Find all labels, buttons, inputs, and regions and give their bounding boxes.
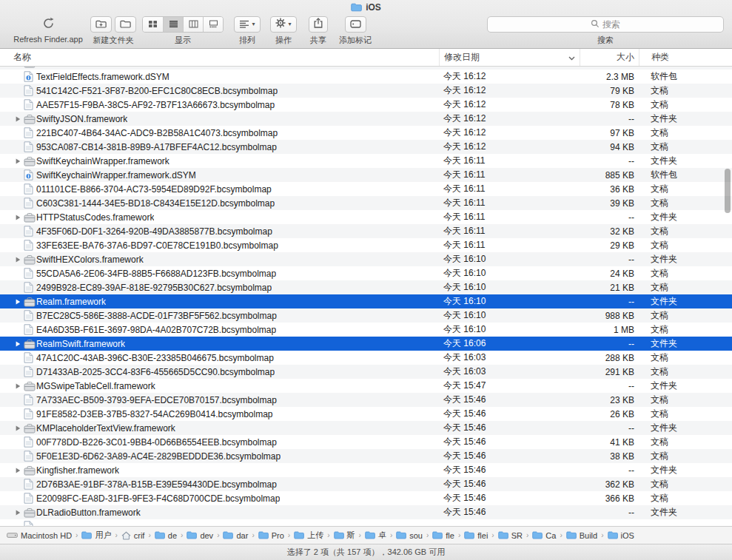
- file-row[interactable]: Realm.framework 今天 16:10 -- 文件夹: [0, 294, 732, 308]
- file-name-cell: E20098FC-EA8D-31FB-9FE3-F4C68D700CDE.bcs…: [0, 493, 439, 504]
- file-row[interactable]: 7A733AEC-B509-3793-9EFA-EDCE70B70157.bcs…: [0, 393, 732, 407]
- disclosure-triangle-icon[interactable]: [13, 340, 22, 348]
- path-item[interactable]: 斯: [333, 530, 356, 541]
- column-header-size[interactable]: 大小: [580, 49, 639, 66]
- view-list-button[interactable]: [163, 17, 183, 32]
- file-row[interactable]: RealmSwift.framework 今天 16:06 -- 文件夹: [0, 337, 732, 351]
- path-item[interactable]: 上传: [293, 530, 324, 541]
- file-size: --: [580, 507, 639, 518]
- file-row[interactable]: [0, 519, 732, 526]
- file-row[interactable]: 47A1C20C-43AB-396C-B30E-23385B046675.bcs…: [0, 351, 732, 365]
- column-header-name[interactable]: 名称: [0, 49, 439, 66]
- file-row[interactable]: 55CDA5A6-2E06-34FB-88B5-F6688AD123FB.bcs…: [0, 266, 732, 280]
- file-row[interactable]: SwiftKeychainWrapper.framework.dSYM 今天 1…: [0, 168, 732, 182]
- file-row[interactable]: 011101CE-B866-3704-AC73-5954ED89D92F.bcs…: [0, 182, 732, 196]
- file-row[interactable]: 221BC407-4B64-34AC-ADC9-B2B58A1C4073.bcs…: [0, 126, 732, 140]
- path-item[interactable]: Build: [565, 531, 598, 540]
- file-name: 953CA087-CB14-381B-89B9-A17BFEF4AC12.bcs…: [36, 142, 277, 152]
- path-item-label: crif: [134, 531, 145, 540]
- file-name-cell: RealmSwift.framework: [0, 339, 439, 349]
- file-row[interactable]: HTTPStatusCodes.framework 今天 16:11 -- 文件…: [0, 210, 732, 224]
- folder-button[interactable]: [115, 16, 136, 33]
- path-item[interactable]: sou: [395, 531, 423, 540]
- file-kind: 文件夹: [639, 211, 732, 223]
- path-item[interactable]: flei: [463, 531, 488, 540]
- file-row[interactable]: 2499B928-EC89-39AF-818E-92795B30C627.bcs…: [0, 280, 732, 294]
- file-row[interactable]: E4A6D35B-F61E-3697-98DA-4A02B707C72B.bcs…: [0, 323, 732, 337]
- file-row[interactable]: 33FE63EE-BA76-37A6-BD97-C0E78CE191B0.bcs…: [0, 238, 732, 252]
- path-item[interactable]: dar: [222, 531, 249, 540]
- file-row[interactable]: D71433AB-2025-3CC4-83F6-455665D5CC90.bcs…: [0, 365, 732, 379]
- file-name-cell: 541C142C-F521-3F87-B200-EFC1C80C8ECB.bcs…: [0, 85, 439, 96]
- file-row[interactable]: AAE57F15-F9BA-38C5-AF92-7B7F13A66673.bcs…: [0, 98, 732, 112]
- file-row[interactable]: 00F778DD-B226-3C01-9BB4-0D66B6554EEB.bcs…: [0, 435, 732, 449]
- path-item[interactable]: 卓: [364, 530, 387, 541]
- file-row[interactable]: DLRadioButton.framework 今天 15:46 -- 文件夹: [0, 505, 732, 519]
- disclosure-triangle-icon[interactable]: [13, 509, 22, 516]
- view-columns-button[interactable]: [183, 17, 203, 32]
- disclosure-triangle-icon[interactable]: [13, 214, 22, 221]
- path-item[interactable]: Pro: [258, 531, 285, 540]
- share-button[interactable]: [309, 16, 328, 33]
- disclosure-triangle-icon[interactable]: [13, 382, 22, 390]
- add-tags-button[interactable]: [345, 16, 366, 33]
- file-row[interactable]: SwiftyJSON.framework 今天 16:12 -- 文件夹: [0, 112, 732, 126]
- path-item[interactable]: iOS: [607, 531, 635, 540]
- path-item[interactable]: crif: [121, 531, 146, 540]
- disclosure-triangle-icon[interactable]: [13, 158, 22, 165]
- path-separator: ›: [75, 531, 78, 539]
- scrollbar-thumb[interactable]: [725, 169, 731, 213]
- file-name-cell: Kingfisher.framework: [0, 465, 439, 476]
- file-row[interactable]: 541C142C-F521-3F87-B200-EFC1C80C8ECB.bcs…: [0, 84, 732, 98]
- file-kind: 文件夹: [639, 506, 732, 519]
- file-row[interactable]: B7EC28C5-586E-3888-ACDE-01F73BF5F562.bcs…: [0, 308, 732, 323]
- file-row[interactable]: C603C381-1444-34E5-BD18-C8434E15E12D.bcs…: [0, 196, 732, 210]
- arrange-button[interactable]: ▾: [234, 16, 260, 33]
- folder-icon: [334, 531, 344, 539]
- file-kind: 文稿: [639, 394, 732, 406]
- file-row[interactable]: 2D76B3AE-91BF-378A-B15B-E39E594430DE.bcs…: [0, 477, 732, 491]
- file-row[interactable]: E20098FC-EA8D-31FB-9FE3-F4C68D700CDE.bcs…: [0, 491, 732, 505]
- view-gallery-button[interactable]: [203, 17, 223, 32]
- disclosure-triangle-icon[interactable]: [13, 467, 22, 474]
- path-item[interactable]: Macintosh HD: [6, 531, 73, 540]
- new-folder-button[interactable]: [90, 16, 112, 33]
- file-row[interactable]: 5F0E1E3D-6D62-3A89-AC4E-2829BEDDDE36.bcs…: [0, 449, 732, 463]
- column-header-kind[interactable]: 种类: [639, 49, 732, 66]
- file-row[interactable]: 953CA087-CB14-381B-89B9-A17BFEF4AC12.bcs…: [0, 140, 732, 154]
- view-icons-button[interactable]: [143, 17, 163, 32]
- search-input[interactable]: 搜索: [487, 16, 724, 33]
- path-item[interactable]: Ca: [531, 531, 557, 540]
- file-row[interactable]: SwiftKeychainWrapper.framework 今天 16:11 …: [0, 154, 732, 168]
- file-size: 291 KB: [580, 367, 639, 377]
- tag-icon: [350, 18, 361, 31]
- disclosure-triangle-icon[interactable]: [13, 298, 22, 306]
- path-item[interactable]: de: [154, 531, 178, 540]
- path-item[interactable]: dev: [186, 531, 214, 540]
- path-item[interactable]: SR: [497, 531, 523, 540]
- file-row[interactable]: KMPlaceholderTextView.framework 今天 15:46…: [0, 421, 732, 435]
- disclosure-triangle-icon[interactable]: [13, 425, 22, 432]
- framework-icon: [24, 254, 36, 265]
- file-row[interactable]: Kingfisher.framework 今天 15:46 -- 文件夹: [0, 463, 732, 477]
- file-row[interactable]: TextFieldEffects.framework.dSYM 今天 16:12…: [0, 70, 732, 84]
- file-size: --: [580, 212, 639, 223]
- disclosure-triangle-icon[interactable]: [13, 256, 22, 263]
- path-item-label: 用户: [95, 530, 111, 541]
- file-size: 38 KB: [580, 451, 639, 462]
- file-row[interactable]: MGSwipeTableCell.framework 今天 15:47 -- 文…: [0, 379, 732, 393]
- file-date: 今天 16:12: [439, 141, 580, 153]
- path-item[interactable]: 用户: [81, 530, 112, 541]
- toolbar-item-arrange: ▾ 排列: [231, 16, 263, 46]
- path-item[interactable]: fle: [432, 531, 455, 540]
- file-row[interactable]: 4F35F06D-D0F1-3264-920B-49DA3885877B.bcs…: [0, 224, 732, 238]
- column-header-date[interactable]: 修改日期: [439, 49, 580, 66]
- file-row[interactable]: 91FE8582-D3EB-37B5-8327-54AC269B0414.bcs…: [0, 407, 732, 421]
- refresh-finder-button[interactable]: [42, 16, 55, 33]
- doc-icon: [24, 127, 36, 138]
- file-date: 今天 16:10: [439, 253, 580, 266]
- file-row[interactable]: SwiftHEXColors.framework 今天 16:10 -- 文件夹: [0, 252, 732, 266]
- disclosure-triangle-icon[interactable]: [13, 115, 22, 123]
- path-separator: ›: [288, 531, 290, 539]
- action-menu-button[interactable]: ▾: [270, 16, 296, 33]
